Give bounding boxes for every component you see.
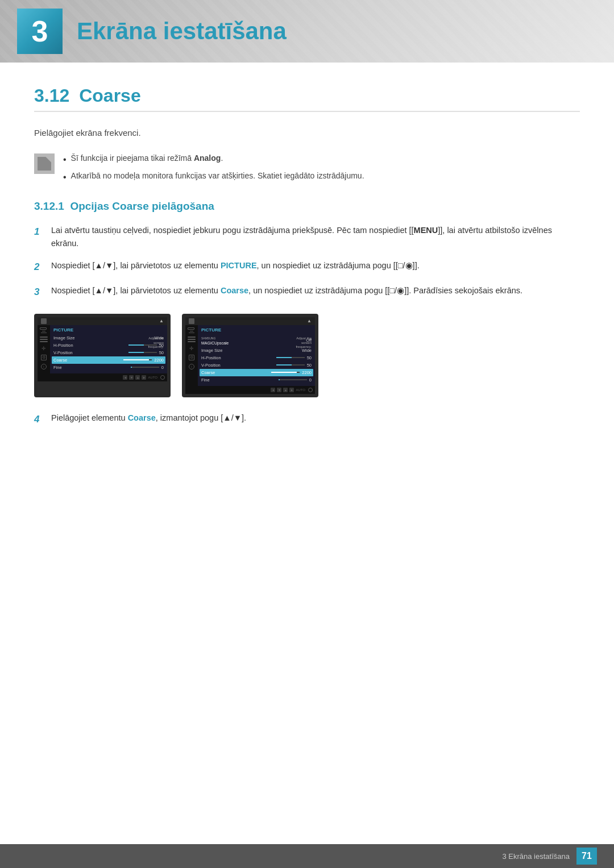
- steps-list: 1 Lai atvērtu taustiņu ceļvedi, nospiedi…: [34, 224, 580, 300]
- monitor-icon-left: [41, 318, 47, 324]
- arrow-up-left: ▲: [159, 318, 164, 323]
- auto-label-left: AUTO: [148, 376, 157, 379]
- chapter-number: 3: [17, 9, 63, 54]
- fine-bar-right: [279, 379, 307, 380]
- picture-label-right: PICTURE: [201, 327, 312, 333]
- side-icon-info: i: [41, 364, 47, 369]
- step-number-1: 1: [34, 224, 44, 239]
- v-pos-bar-right: [276, 364, 305, 366]
- menu-row-fine-right: Fine 0: [201, 376, 312, 384]
- fine-bar-left: [131, 367, 159, 368]
- step-4: 4 Pielāgojiet elementu Coarse, izmantojo…: [34, 412, 580, 427]
- note-text-2: Atkarībā no modeļa monitora funkcijas va…: [71, 170, 364, 182]
- note-icon: [34, 153, 55, 174]
- note-line-1: • Šī funkcija ir pieejama tikai režīmā A…: [63, 152, 364, 167]
- h-pos-bar-right: [276, 357, 305, 358]
- monitor-screen-right: ▲: [185, 317, 315, 394]
- side-icon-gear-r: ⚙: [189, 355, 194, 360]
- arrow-up-right: ▲: [307, 318, 312, 323]
- coarse-bar-left: [123, 359, 152, 360]
- menu-row-coarse-right: Coarse 2200: [200, 369, 313, 376]
- menu-content-right: PICTURE SAMSUNG MAGICUpscale Off Image S…: [198, 325, 315, 386]
- step-text-4: Pielāgojiet elementu Coarse, izmantojot …: [51, 412, 580, 425]
- side-icon-lines-r: [188, 337, 196, 342]
- step-number-4: 4: [34, 412, 44, 427]
- header-banner: 3 Ekrāna iestatīšana: [0, 0, 614, 63]
- menu-row-v-pos-left: V-Position 50: [53, 349, 164, 356]
- section-title: 3.12 Coarse: [34, 85, 580, 112]
- btn-left-right: ◄: [271, 388, 275, 392]
- side-icons-left: ✛ ⚙ i: [38, 325, 50, 373]
- btn-up-right: ▲: [283, 388, 288, 392]
- monitor-icon-right: [189, 318, 194, 324]
- btn-left-left: ◄: [123, 375, 127, 380]
- btn-right-right: ►: [289, 388, 294, 392]
- screenshots-container: ▲: [34, 314, 580, 397]
- footer-page-number: 71: [576, 848, 597, 865]
- subsection-title: 3.12.1 Opcijas Coarse pielāgošana: [34, 200, 580, 213]
- menu-row-fine-left: Fine 0: [53, 364, 164, 371]
- monitor-top-bar-right: ▲: [185, 317, 315, 325]
- step-number-3: 3: [34, 284, 44, 300]
- side-icon-info-r: i: [189, 364, 194, 369]
- picture-label-left: PICTURE: [53, 327, 164, 333]
- v-pos-bar-left: [128, 352, 157, 353]
- side-icon-lines: [40, 337, 48, 342]
- power-btn-left: [160, 375, 165, 380]
- step-text-2: Nospiediet [▲/▼], lai pārvietotos uz ele…: [51, 259, 580, 272]
- note-box: • Šī funkcija ir pieejama tikai režīmā A…: [34, 152, 580, 184]
- menu-row-coarse-left: Coarse 2200: [52, 356, 165, 364]
- note-line-2: • Atkarībā no modeļa monitora funkcijas …: [63, 170, 364, 184]
- monitor-bottom-bar-left: ◄ ▼ ▲ ► AUTO: [38, 373, 167, 381]
- header-title: Ekrāna iestatīšana: [77, 18, 287, 45]
- btn-right-left: ►: [142, 375, 146, 380]
- bullet-2: •: [63, 171, 67, 184]
- monitor-right: ▲: [182, 314, 318, 397]
- power-btn-right: [308, 388, 313, 392]
- menu-area-right: ✛ ⚙ i PICTURE SAMSUNG: [185, 325, 315, 386]
- auto-label-right: AUTO: [296, 388, 305, 392]
- note-icon-graphic: [38, 157, 51, 171]
- monitor-bottom-bar-right: ◄ ▼ ▲ ► AUTO: [185, 386, 315, 394]
- side-icon-arrows-r: ✛: [189, 346, 194, 351]
- menu-area-left: ✛ ⚙ i PICTURE Image Size Wide: [38, 325, 167, 373]
- bullet-1: •: [63, 153, 67, 167]
- step-number-2: 2: [34, 259, 44, 275]
- coarse-bar-right: [271, 372, 300, 373]
- footer: 3 Ekrāna iestatīšana 71: [0, 844, 614, 868]
- main-content: 3.12 Coarse Pielāgojiet ekrāna frekvenci…: [0, 63, 614, 461]
- side-icons-right: ✛ ⚙ i: [185, 325, 198, 386]
- adjust-label-right: Adjust the screenfrequency.: [289, 337, 312, 350]
- step-text-3: Nospiediet [▲/▼], lai pārvietotos uz ele…: [51, 284, 580, 297]
- menu-row-v-pos-right: V-Position 50: [201, 362, 312, 369]
- step-3: 3 Nospiediet [▲/▼], lai pārvietotos uz e…: [34, 284, 580, 300]
- side-icon-gear: ⚙: [41, 355, 47, 360]
- step-1: 1 Lai atvērtu taustiņu ceļvedi, nospiedi…: [34, 224, 580, 250]
- side-icon-monitor: [40, 327, 48, 333]
- monitor-screen-left: ▲: [38, 317, 167, 381]
- btn-up-left: ▲: [135, 375, 140, 380]
- btn-down-left: ▼: [129, 375, 134, 380]
- adjust-label-left: Adjust the screenfrequency.: [141, 337, 164, 350]
- side-icon-arrows: ✛: [41, 346, 47, 351]
- menu-row-h-pos-right: H-Position 50: [201, 354, 312, 362]
- note-lines: • Šī funkcija ir pieejama tikai režīmā A…: [63, 152, 364, 184]
- btn-down-right: ▼: [277, 388, 281, 392]
- footer-text: 3 Ekrāna iestatīšana: [502, 852, 570, 861]
- intro-text: Pielāgojiet ekrāna frekvenci.: [34, 126, 580, 140]
- monitor-left: ▲: [34, 314, 171, 397]
- note-text-1: Šī funkcija ir pieejama tikai režīmā Ana…: [71, 152, 223, 164]
- monitor-top-bar-left: ▲: [38, 317, 167, 325]
- side-icon-monitor-r: [188, 327, 196, 333]
- step-2: 2 Nospiediet [▲/▼], lai pārvietotos uz e…: [34, 259, 580, 275]
- step-text-1: Lai atvērtu taustiņu ceļvedi, nospiediet…: [51, 224, 580, 250]
